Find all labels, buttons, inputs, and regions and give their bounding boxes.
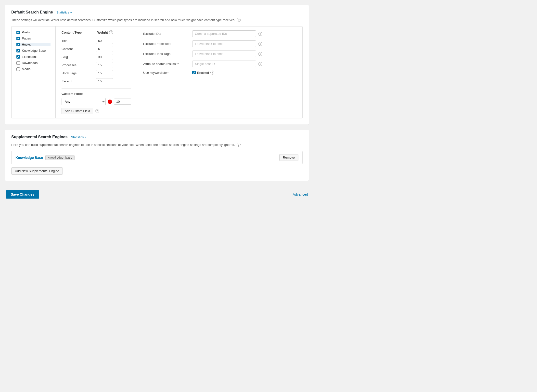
default-engine-title: Default Search Engine xyxy=(11,10,53,14)
exclude-hook-tags-help-icon: ? xyxy=(258,52,262,56)
add-supplemental-engine-button[interactable]: Add New Supplemental Engine xyxy=(11,167,63,175)
supplemental-engines-title: Supplemental Search Engines xyxy=(11,135,67,139)
post-type-checkbox-pages[interactable] xyxy=(16,37,20,40)
default-search-engine-card: Default Search Engine Statistics » These… xyxy=(5,5,309,125)
post-type-label-media: Media xyxy=(22,67,30,71)
post-type-item-knowledge-base: Knowledge Base xyxy=(16,49,51,52)
post-type-item-posts: Posts xyxy=(16,30,51,34)
engines-list: Knowledge Baseknowledge_baseRemove xyxy=(11,151,303,164)
post-type-checkbox-hooks[interactable] xyxy=(16,43,20,46)
exclude-processes-help-icon: ? xyxy=(258,42,262,46)
weight-label-excerpt: Excerpt xyxy=(62,79,96,83)
save-changes-button[interactable]: Save Changes xyxy=(6,190,39,199)
exclude-ids-input[interactable] xyxy=(192,30,256,37)
add-custom-field-help-icon: ? xyxy=(95,109,99,113)
weight-help-icon: ? xyxy=(109,30,113,34)
engine-name: Knowledge Base xyxy=(15,156,43,160)
weight-input-title[interactable] xyxy=(96,38,113,44)
description-help-icon: ? xyxy=(237,18,241,22)
exclude-ids-label: Exclude IDs: xyxy=(143,32,190,36)
default-engine-stats-link[interactable]: Statistics » xyxy=(56,11,72,14)
weight-label-slug: Slug xyxy=(62,55,96,59)
weight-label: Weight ? xyxy=(97,30,113,34)
supplemental-engines-stats-link[interactable]: Statistics » xyxy=(71,135,86,139)
post-type-item-extensions: Extensions xyxy=(16,55,51,59)
custom-field-select[interactable]: Any xyxy=(62,98,106,105)
weight-row-slug: Slug xyxy=(62,54,131,60)
custom-fields-label: Custom Fields xyxy=(62,92,131,96)
remove-custom-field-button[interactable]: ✕ xyxy=(108,100,112,104)
supplemental-engine-item: Knowledge Baseknowledge_baseRemove xyxy=(11,151,303,164)
keyword-stem-label: Use keyword stem xyxy=(143,71,190,75)
weight-label-hook-tags: Hook Tags xyxy=(62,71,96,75)
post-type-checkbox-knowledge-base[interactable] xyxy=(16,49,20,52)
engine-slug: knowledge_base xyxy=(45,155,75,160)
supplemental-description-help-icon: ? xyxy=(237,143,241,147)
weights-column: Content Type Weight ? TitleContentSlugPr… xyxy=(56,26,137,118)
post-type-checkbox-downloads[interactable] xyxy=(16,61,20,65)
default-engine-description: These settings will override WordPress d… xyxy=(11,18,303,22)
custom-fields-section: Custom Fields Any ✕ Add Custom Field ? xyxy=(62,88,131,114)
weight-row-hook-tags: Hook Tags xyxy=(62,70,131,76)
post-type-label-extensions: Extensions xyxy=(22,55,38,59)
post-type-item-media: Media xyxy=(16,67,51,71)
keyword-stem-checkbox[interactable] xyxy=(192,71,196,74)
weight-input-excerpt[interactable] xyxy=(96,78,113,84)
attribute-search-help-icon: ? xyxy=(258,62,262,66)
post-type-item-pages: Pages xyxy=(16,37,51,40)
weight-rows: TitleContentSlugProcessesHook TagsExcerp… xyxy=(62,38,131,84)
weight-row-title: Title xyxy=(62,38,131,44)
post-type-checkbox-posts[interactable] xyxy=(16,31,20,34)
exclude-hook-tags-input[interactable] xyxy=(192,51,256,57)
weight-input-slug[interactable] xyxy=(96,54,113,60)
attribute-search-row: Attribute search results to ? xyxy=(143,61,296,67)
weight-row-content: Content xyxy=(62,46,131,52)
supplemental-engines-card: Supplemental Search Engines Statistics »… xyxy=(5,130,309,181)
keyword-stem-help-icon: ? xyxy=(210,71,214,75)
post-type-label-downloads: Downloads xyxy=(22,61,38,65)
weight-label-processes: Processes xyxy=(62,63,96,67)
post-type-label-knowledge-base: Knowledge Base xyxy=(22,49,46,52)
footer-bar: Save Changes Advanced xyxy=(5,186,309,200)
weight-input-content[interactable] xyxy=(96,46,113,52)
weights-header: Content Type Weight ? xyxy=(62,30,131,34)
exclude-ids-help-icon: ? xyxy=(258,32,262,36)
exclude-processes-input[interactable] xyxy=(192,40,256,47)
custom-field-row: Any ✕ xyxy=(62,98,131,105)
add-custom-field-button[interactable]: Add Custom Field xyxy=(62,108,93,114)
remove-engine-button[interactable]: Remove xyxy=(279,154,298,161)
weight-label-title: Title xyxy=(62,39,96,43)
post-type-item-downloads: Downloads xyxy=(16,61,51,65)
post-types-column: PostsPagesHooksKnowledge BaseExtensionsD… xyxy=(12,26,56,118)
content-type-label: Content Type xyxy=(62,31,96,34)
post-type-checkbox-media[interactable] xyxy=(16,67,20,71)
supplemental-engines-description: Here you can build supplemental search e… xyxy=(11,143,303,147)
keyword-stem-enabled-label: Enabled xyxy=(197,71,209,75)
post-type-item-hooks: Hooks xyxy=(16,43,51,46)
exclude-ids-row: Exclude IDs: ? xyxy=(143,30,296,37)
weight-row-excerpt: Excerpt xyxy=(62,78,131,84)
default-engine-header: Default Search Engine Statistics » xyxy=(11,10,303,14)
weight-label-content: Content xyxy=(62,47,96,51)
exclude-processes-label: Exclude Processes: xyxy=(143,42,190,46)
advanced-link[interactable]: Advanced xyxy=(293,192,308,196)
supplemental-engines-header: Supplemental Search Engines Statistics » xyxy=(11,135,303,139)
weight-input-hook-tags[interactable] xyxy=(96,70,113,76)
keyword-stem-checkbox-wrap: Enabled ? xyxy=(192,71,214,75)
exclude-hook-tags-label: Exclude Hook Tags: xyxy=(143,52,190,56)
exclude-processes-row: Exclude Processes: ? xyxy=(143,40,296,47)
engine-settings-panel: PostsPagesHooksKnowledge BaseExtensionsD… xyxy=(11,26,303,118)
post-type-label-posts: Posts xyxy=(22,30,30,34)
keyword-stem-row: Use keyword stem Enabled ? xyxy=(143,71,296,75)
attribute-search-input[interactable] xyxy=(192,61,256,67)
weight-input-processes[interactable] xyxy=(96,62,113,68)
custom-field-weight-input[interactable] xyxy=(114,99,131,105)
post-type-label-hooks: Hooks xyxy=(22,43,31,46)
exclude-hook-tags-row: Exclude Hook Tags: ? xyxy=(143,51,296,57)
engine-name-wrap: Knowledge Baseknowledge_base xyxy=(15,155,75,160)
post-type-label-pages: Pages xyxy=(22,37,31,40)
weight-row-processes: Processes xyxy=(62,62,131,68)
attribute-search-label: Attribute search results to xyxy=(143,62,190,66)
exclude-column: Exclude IDs: ? Exclude Processes: ? Excl… xyxy=(137,26,302,118)
post-type-checkbox-extensions[interactable] xyxy=(16,55,20,59)
